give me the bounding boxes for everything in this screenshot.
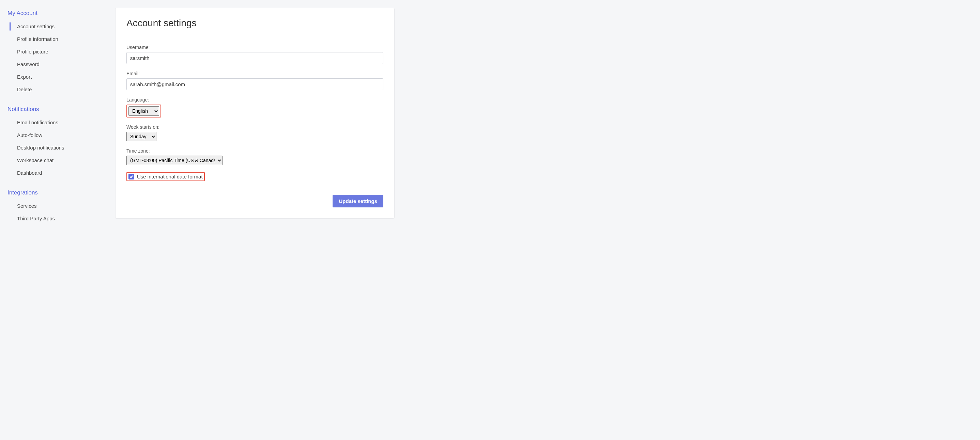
sidebar-item-profile-information[interactable]: Profile information: [8, 33, 106, 45]
sidebar-item-export[interactable]: Export: [8, 70, 106, 83]
language-label: Language:: [126, 97, 383, 103]
update-settings-button[interactable]: Update settings: [332, 195, 383, 207]
sidebar-group-integrations: Integrations Services Third Party Apps: [8, 187, 106, 225]
intl-date-row[interactable]: Use international date format: [129, 174, 203, 179]
settings-card: Account settings Username: Email: Langua…: [115, 8, 395, 219]
form-group-timezone: Time zone: (GMT-08:00) Pacific Time (US …: [126, 148, 383, 165]
week-label: Week starts on:: [126, 124, 383, 130]
timezone-label: Time zone:: [126, 148, 383, 154]
sidebar-item-dashboard[interactable]: Dashboard: [8, 167, 106, 179]
sidebar-item-services[interactable]: Services: [8, 200, 106, 212]
form-actions: Update settings: [126, 195, 383, 207]
form-group-username: Username:: [126, 44, 383, 64]
username-label: Username:: [126, 44, 383, 50]
sidebar-item-third-party-apps[interactable]: Third Party Apps: [8, 212, 106, 225]
email-input[interactable]: [126, 78, 383, 90]
sidebar-group-title-integrations[interactable]: Integrations: [8, 187, 106, 200]
sidebar-group-title-my-account[interactable]: My Account: [8, 8, 106, 20]
username-input[interactable]: [126, 52, 383, 64]
form-group-week: Week starts on: Sunday: [126, 124, 383, 141]
sidebar-item-desktop-notifications[interactable]: Desktop notifications: [8, 141, 106, 154]
sidebar-item-workspace-chat[interactable]: Workspace chat: [8, 154, 106, 167]
form-group-intl-date: Use international date format: [126, 172, 383, 181]
form-group-email: Email:: [126, 71, 383, 90]
main-content: Account settings Username: Email: Langua…: [106, 0, 980, 440]
form-group-language: Language: English: [126, 97, 383, 118]
intl-date-highlight: Use international date format: [126, 172, 205, 181]
sidebar-group-notifications: Notifications Email notifications Auto-f…: [8, 104, 106, 179]
language-highlight: English: [126, 105, 161, 118]
sidebar-item-profile-picture[interactable]: Profile picture: [8, 45, 106, 58]
sidebar-item-account-settings[interactable]: Account settings: [8, 20, 106, 33]
intl-date-checkbox[interactable]: [129, 174, 134, 179]
intl-date-label[interactable]: Use international date format: [137, 174, 203, 179]
sidebar-group-my-account: My Account Account settings Profile info…: [8, 8, 106, 96]
page-title: Account settings: [126, 18, 383, 35]
sidebar-item-password[interactable]: Password: [8, 58, 106, 70]
timezone-select[interactable]: (GMT-08:00) Pacific Time (US & Canada): [126, 156, 223, 165]
week-select[interactable]: Sunday: [126, 132, 156, 141]
sidebar-item-email-notifications[interactable]: Email notifications: [8, 116, 106, 129]
sidebar: My Account Account settings Profile info…: [0, 0, 106, 440]
sidebar-item-auto-follow[interactable]: Auto-follow: [8, 129, 106, 141]
sidebar-group-title-notifications[interactable]: Notifications: [8, 104, 106, 116]
sidebar-item-delete[interactable]: Delete: [8, 83, 106, 96]
language-select[interactable]: English: [129, 106, 159, 116]
check-icon: [129, 175, 133, 178]
email-label: Email:: [126, 71, 383, 76]
